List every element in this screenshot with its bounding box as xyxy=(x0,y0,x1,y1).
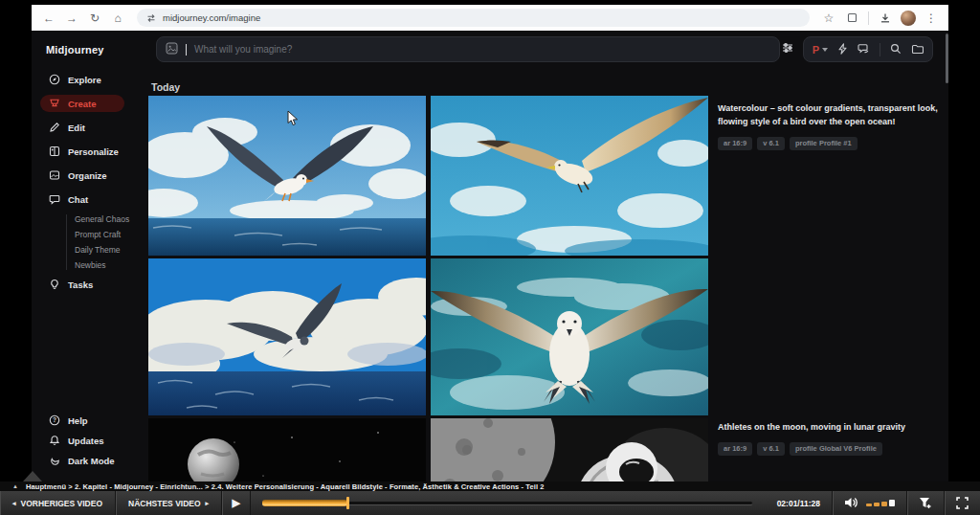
generated-image[interactable] xyxy=(431,418,708,481)
previous-video-button[interactable]: ◂ VORHERIGES VIDEO xyxy=(0,491,116,515)
page-title: Midjourney xyxy=(46,44,146,56)
generated-image[interactable] xyxy=(148,418,426,481)
play-icon: ▶ xyxy=(232,497,239,509)
job-details: Athletes on the moon, moving in lunar gr… xyxy=(718,421,946,456)
speaker-icon[interactable] xyxy=(844,495,858,512)
sidebar-item-updates[interactable]: Updates xyxy=(46,432,122,449)
avatar-image xyxy=(901,11,916,26)
sidebar: Midjourney Explore Create xyxy=(32,31,146,481)
prev-arrow-icon: ◂ xyxy=(12,500,16,507)
video-frame: ← → ↻ ⌂ midjourney.com/imagine ☆ ⋮ xyxy=(0,0,980,515)
time-text: 02:01/11:28 xyxy=(777,499,820,508)
sidebar-item-organize[interactable]: Organize xyxy=(46,167,146,184)
profile-initial: P xyxy=(813,44,819,56)
personalization-profile-button[interactable]: P xyxy=(813,44,828,56)
tag-profile[interactable]: profile Profile #1 xyxy=(790,137,858,150)
chat-channel-newbies[interactable]: Newbies xyxy=(75,260,146,270)
pill-divider xyxy=(880,43,880,56)
generated-image[interactable] xyxy=(148,258,426,415)
forward-icon[interactable]: → xyxy=(62,9,81,28)
moon-icon xyxy=(48,455,60,467)
play-button[interactable]: ▶ xyxy=(222,491,251,515)
bookmark-star-icon[interactable]: ☆ xyxy=(819,9,838,28)
sidebar-item-label: Tasks xyxy=(68,280,93,290)
fast-mode-icon[interactable] xyxy=(837,41,848,58)
home-icon[interactable]: ⌂ xyxy=(108,9,127,28)
chat-channel-prompt-craft[interactable]: Prompt Craft xyxy=(75,230,146,239)
filter-playlist-button[interactable] xyxy=(907,491,945,515)
progress-track[interactable] xyxy=(262,497,752,509)
breadcrumb-collapse-icon[interactable]: ▲ xyxy=(12,483,18,489)
sidebar-item-label: Chat xyxy=(68,194,88,205)
text-caret xyxy=(186,44,187,56)
chat-channel-daily-theme[interactable]: Daily Theme xyxy=(75,245,146,255)
url-text: midjourney.com/imagine xyxy=(163,12,260,23)
sidebar-item-label: Organize xyxy=(68,170,107,181)
volume-bar xyxy=(889,500,895,506)
reload-icon[interactable]: ↻ xyxy=(85,9,104,28)
help-icon: ? xyxy=(48,414,60,427)
sidebar-item-label: Dark Mode xyxy=(68,456,115,466)
imagine-prompt-bar[interactable]: What will you imagine? xyxy=(156,36,780,62)
sidebar-item-chat[interactable]: Chat xyxy=(46,190,146,208)
sidebar-item-tasks[interactable]: Tasks xyxy=(46,276,146,293)
bell-icon xyxy=(48,435,60,447)
tag-version[interactable]: v 6.1 xyxy=(757,137,785,150)
next-video-button[interactable]: NÄCHSTES VIDEO ▸ xyxy=(116,491,222,515)
sidebar-item-label: Updates xyxy=(68,436,103,446)
folder-icon[interactable] xyxy=(911,41,924,58)
sidebar-item-label: Explore xyxy=(68,75,101,85)
chevron-down-icon xyxy=(822,48,828,52)
previous-video-label: VORHERIGES VIDEO xyxy=(21,499,103,508)
volume-bar xyxy=(866,504,872,506)
mouse-cursor xyxy=(287,110,299,130)
lightbulb-icon xyxy=(48,279,60,291)
generated-image[interactable] xyxy=(431,96,708,256)
page-scrollbar[interactable] xyxy=(946,34,948,83)
svg-text:?: ? xyxy=(53,416,56,423)
volume-control[interactable] xyxy=(833,491,907,515)
player-notch xyxy=(23,471,42,481)
image-add-icon[interactable] xyxy=(166,41,178,58)
site-info-icon[interactable] xyxy=(146,10,156,27)
tab-groups-icon[interactable] xyxy=(842,9,861,28)
search-icon[interactable] xyxy=(890,41,902,58)
profile-avatar[interactable] xyxy=(899,9,918,28)
browser-window: ← → ↻ ⌂ midjourney.com/imagine ☆ ⋮ xyxy=(32,5,948,481)
sidebar-item-create[interactable]: Create xyxy=(40,95,124,112)
sidebar-item-personalize[interactable]: Personalize xyxy=(46,143,146,160)
tag-profile[interactable]: profile Global V6 Profile xyxy=(790,442,882,456)
player-breadcrumb-bar[interactable]: ▲ Hauptmenü > 2. Kapitel - Midjourney - … xyxy=(0,481,980,491)
gallery-icon xyxy=(48,169,60,182)
address-bar[interactable]: midjourney.com/imagine xyxy=(137,9,810,27)
volume-level-bars[interactable] xyxy=(866,500,895,506)
tag-aspect-ratio[interactable]: ar 16:9 xyxy=(718,442,752,456)
progress-bar[interactable] xyxy=(251,491,766,515)
filter-settings-icon[interactable] xyxy=(781,41,794,58)
sidebar-item-label: Personalize xyxy=(68,146,119,157)
generated-image[interactable] xyxy=(431,258,708,415)
prompt-tags: ar 16:9 v 6.1 profile Global V6 Profile xyxy=(718,442,946,456)
prompt-text[interactable]: Watercolour – soft colour gradients, tra… xyxy=(718,102,946,129)
fullscreen-button[interactable] xyxy=(945,491,980,515)
midjourney-page: Midjourney Explore Create xyxy=(32,31,948,481)
sidebar-item-edit[interactable]: Edit xyxy=(46,119,146,136)
tag-version[interactable]: v 6.1 xyxy=(757,442,785,456)
sidebar-item-help[interactable]: ? Help xyxy=(46,412,122,429)
back-icon[interactable]: ← xyxy=(39,9,58,28)
stealth-chat-icon[interactable] xyxy=(858,41,870,58)
prompt-placeholder: What will you imagine? xyxy=(194,44,292,55)
download-icon[interactable] xyxy=(876,9,895,28)
next-video-label: NÄCHSTES VIDEO xyxy=(128,499,201,508)
tag-aspect-ratio[interactable]: ar 16:9 xyxy=(718,137,752,150)
browser-menu-icon[interactable]: ⋮ xyxy=(922,9,941,28)
prompt-text[interactable]: Athletes on the moon, moving in lunar gr… xyxy=(718,421,946,435)
browser-toolbar: ← → ↻ ⌂ midjourney.com/imagine ☆ ⋮ xyxy=(32,5,948,31)
sidebar-item-dark-mode[interactable]: Dark Mode xyxy=(46,452,122,469)
sail-icon xyxy=(48,98,60,110)
chat-channel-general-chaos[interactable]: General Chaos xyxy=(75,214,146,224)
sidebar-item-label: Help xyxy=(68,415,88,426)
sidebar-item-explore[interactable]: Explore xyxy=(46,71,146,88)
progress-handle[interactable] xyxy=(346,497,349,509)
player-controls: ◂ VORHERIGES VIDEO NÄCHSTES VIDEO ▸ ▶ 02… xyxy=(0,491,980,515)
